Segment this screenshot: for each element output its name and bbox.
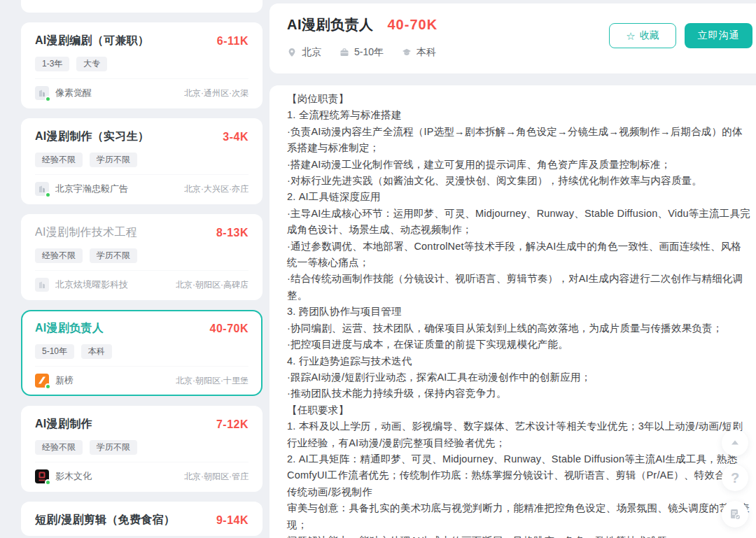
- online-status-dot: [45, 479, 51, 486]
- job-salary: 9-14K: [216, 514, 248, 527]
- tag-experience: 经验不限: [35, 153, 83, 167]
- favorite-button-label: 收藏: [640, 29, 659, 42]
- tag-education: 本科: [81, 344, 112, 359]
- job-location: 北京·朝阳区·十里堡: [176, 375, 248, 387]
- meta-city-label: 北京: [302, 46, 321, 59]
- company-logo: [35, 86, 49, 100]
- arrow-up-icon: [729, 437, 741, 448]
- job-description-panel: 【岗位职责】 1. 全流程统筹与标准搭建 ·负责AI动漫内容生产全流程（IP选型…: [270, 85, 756, 538]
- meta-education: 本科: [402, 46, 436, 59]
- company-logo: [35, 182, 49, 196]
- graduation-cap-icon: [402, 48, 412, 57]
- job-list-sidebar: AI漫剧编剧（可兼职） 6-11K 1-3年 大专 像素觉醒 北京·通州区·次渠…: [0, 0, 270, 538]
- job-location: 北京·通州区·次渠: [184, 87, 248, 99]
- job-salary: 8-13K: [216, 227, 248, 239]
- tag-education: 学历不限: [90, 153, 137, 167]
- job-salary: 6-11K: [217, 35, 248, 48]
- chat-now-button[interactable]: 立即沟通: [685, 23, 752, 48]
- company-name: 北京炫境曜影科技: [55, 278, 176, 291]
- job-salary: 7-12K: [216, 418, 248, 431]
- meta-city: 北京: [287, 46, 321, 59]
- location-pin-icon: [287, 48, 297, 57]
- building-icon: [35, 278, 49, 292]
- job-salary: 40-70K: [210, 323, 248, 335]
- back-to-top-button[interactable]: [722, 430, 748, 456]
- job-card-viewed[interactable]: AI漫剧制作技术工程 8-13K 经验不限 学历不限 北京炫境曜影科技 北京·朝…: [21, 214, 262, 300]
- meta-education-label: 本科: [416, 46, 436, 59]
- job-location: 北京·大兴区·亦庄: [184, 183, 248, 195]
- tag-experience: 5-10年: [35, 344, 74, 359]
- help-button[interactable]: ?: [722, 465, 748, 491]
- chat-now-button-label: 立即沟通: [698, 29, 740, 42]
- favorite-button[interactable]: ☆ 收藏: [609, 23, 676, 48]
- job-title: AI漫剧编剧（可兼职）: [35, 34, 149, 48]
- tag-experience: 1-3年: [35, 57, 69, 71]
- feedback-form-icon: [729, 508, 741, 521]
- job-location: 北京·朝阳区·高碑店: [176, 279, 248, 291]
- job-card[interactable]: AI漫剧编剧（可兼职） 6-11K 1-3年 大专 像素觉醒 北京·通州区·次渠: [21, 22, 262, 108]
- tag-experience: 经验不限: [35, 248, 83, 263]
- job-card-partial-bottom[interactable]: 短剧/漫剧剪辑（免费食宿） 9-14K: [21, 502, 262, 536]
- detail-job-salary: 40-70K: [388, 17, 438, 33]
- online-status-dot: [45, 383, 51, 390]
- online-status-dot: [45, 96, 51, 102]
- job-salary: 3-4K: [223, 131, 248, 143]
- job-card-partial-top[interactable]: [21, 0, 262, 13]
- job-detail-header: AI漫剧负责人 40-70K 北京 5-10年 本科 ☆ 收藏 立即沟通: [270, 3, 756, 73]
- job-title: AI漫剧制作技术工程: [35, 225, 137, 240]
- company-name: 影木文化: [55, 470, 184, 483]
- star-icon: ☆: [626, 31, 635, 41]
- job-card-selected[interactable]: AI漫剧负责人 40-70K 5-10年 本科 新榜 北京·朝阳区·十里堡: [21, 310, 262, 396]
- job-card[interactable]: AI漫剧制作 7-12K 经验不限 学历不限 影木文化 北京·朝阳区·管庄: [21, 406, 262, 492]
- job-card[interactable]: AI漫剧制作（实习生） 3-4K 经验不限 学历不限 北京宇瀚忠毅广告 北京·大…: [21, 118, 262, 204]
- company-logo: [35, 278, 49, 292]
- tag-experience: 经验不限: [35, 440, 83, 455]
- online-status-dot: [45, 192, 51, 198]
- company-logo: [35, 374, 49, 388]
- tag-education: 学历不限: [90, 440, 137, 455]
- detail-job-title: AI漫剧负责人: [287, 15, 374, 34]
- company-name: 像素觉醒: [55, 87, 184, 99]
- feedback-button[interactable]: [722, 501, 748, 528]
- company-logo: [35, 469, 49, 483]
- tag-education: 大专: [76, 57, 107, 71]
- job-description-text: 【岗位职责】 1. 全流程统筹与标准搭建 ·负责AI动漫内容生产全流程（IP选型…: [287, 91, 750, 538]
- meta-experience: 5-10年: [340, 46, 384, 59]
- tag-education: 学历不限: [90, 248, 137, 263]
- job-title: AI漫剧负责人: [35, 321, 104, 336]
- job-title: AI漫剧制作（实习生）: [35, 129, 149, 144]
- job-location: 北京·朝阳区·管庄: [184, 471, 248, 483]
- briefcase-icon: [340, 48, 349, 57]
- job-title: AI漫剧制作: [35, 417, 92, 432]
- company-name: 新榜: [55, 374, 176, 387]
- job-title: 短剧/漫剧剪辑（免费食宿）: [35, 513, 175, 528]
- question-mark-icon: ?: [731, 470, 739, 486]
- job-detail-panel: AI漫剧负责人 40-70K 北京 5-10年 本科 ☆ 收藏 立即沟通: [270, 0, 756, 538]
- meta-experience-label: 5-10年: [354, 46, 384, 59]
- company-name: 北京宇瀚忠毅广告: [55, 183, 184, 195]
